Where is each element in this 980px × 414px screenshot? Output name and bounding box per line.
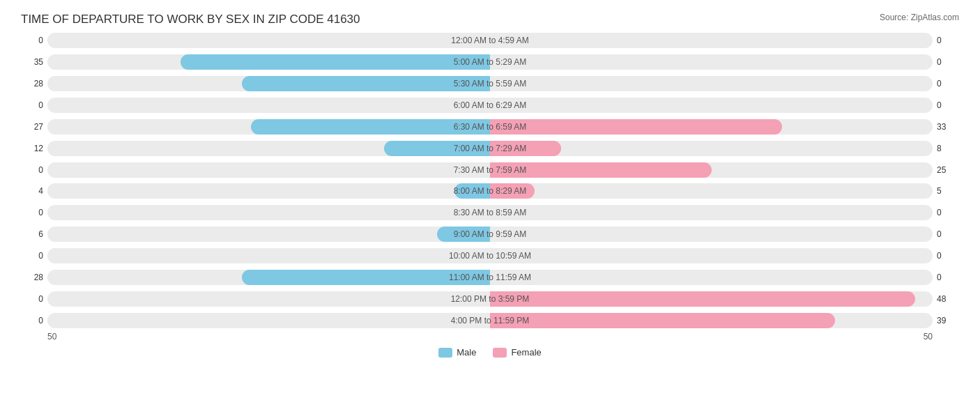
left-value: 0: [21, 294, 47, 304]
bar-row: 127:00 AM to 7:29 AM8: [21, 139, 959, 158]
left-value: 0: [21, 100, 47, 110]
row-label: 7:00 AM to 7:29 AM: [454, 144, 527, 153]
legend-male: Male: [438, 347, 476, 358]
chart-title: TIME OF DEPARTURE TO WORK BY SEX IN ZIP …: [21, 13, 959, 26]
bars-center: 8:00 AM to 8:29 AM: [47, 181, 933, 201]
bar-row: 69:00 AM to 9:59 AM0: [21, 224, 959, 244]
bars-center: 7:30 AM to 7:59 AM: [47, 160, 933, 180]
bar-bg: 4:00 PM to 11:59 PM: [47, 313, 933, 328]
bar-bg: 12:00 PM to 3:59 PM: [47, 291, 933, 307]
bar-bg: 8:00 AM to 8:29 AM: [47, 183, 933, 199]
left-value: 12: [21, 144, 47, 153]
chart-source: Source: ZipAtlas.com: [880, 13, 959, 22]
row-label: 4:00 PM to 11:59 PM: [451, 316, 530, 325]
bar-row: 04:00 PM to 11:59 PM39: [21, 311, 959, 330]
rows-container: 012:00 AM to 4:59 AM0355:00 AM to 5:29 A…: [21, 31, 959, 330]
left-value: 35: [21, 57, 47, 67]
bar-bg: 5:00 AM to 5:29 AM: [47, 54, 933, 70]
bar-row: 012:00 PM to 3:59 PM48: [21, 289, 959, 309]
left-value: 0: [21, 36, 47, 45]
right-value: 48: [933, 294, 959, 304]
left-value: 27: [21, 122, 47, 132]
row-label: 8:00 AM to 8:29 AM: [454, 186, 527, 196]
row-label: 12:00 AM to 4:59 AM: [451, 36, 528, 45]
row-label: 9:00 AM to 9:59 AM: [454, 229, 527, 239]
right-value: 0: [933, 36, 959, 45]
row-label: 5:30 AM to 5:59 AM: [454, 79, 527, 89]
bars-center: 10:00 AM to 10:59 AM: [47, 246, 933, 266]
bar-row: 06:00 AM to 6:29 AM0: [21, 95, 959, 115]
bar-bg: 6:30 AM to 6:59 AM: [47, 119, 933, 135]
row-label: 5:00 AM to 5:29 AM: [454, 57, 527, 67]
axis-labels: 50 50: [21, 332, 959, 342]
chart-area: 012:00 AM to 4:59 AM0355:00 AM to 5:29 A…: [21, 31, 959, 355]
bar-row: 2811:00 AM to 11:59 AM0: [21, 268, 959, 287]
bar-bg: 12:00 AM to 4:59 AM: [47, 33, 933, 48]
row-label: 8:30 AM to 8:59 AM: [454, 208, 527, 217]
bar-row: 276:30 AM to 6:59 AM33: [21, 117, 959, 137]
right-value: 33: [933, 122, 959, 132]
bars-center: 5:30 AM to 5:59 AM: [47, 74, 933, 93]
right-value: 0: [933, 251, 959, 261]
bars-center: 6:30 AM to 6:59 AM: [47, 117, 933, 137]
bar-row: 355:00 AM to 5:29 AM0: [21, 52, 959, 72]
left-value: 0: [21, 165, 47, 175]
bar-bg: 10:00 AM to 10:59 AM: [47, 248, 933, 263]
right-value: 0: [933, 208, 959, 217]
bars-center: 7:00 AM to 7:29 AM: [47, 139, 933, 158]
left-value: 0: [21, 208, 47, 217]
bars-center: 5:00 AM to 5:29 AM: [47, 52, 933, 72]
legend-area: Male Female: [21, 347, 959, 358]
bars-center: 12:00 AM to 4:59 AM: [47, 31, 933, 50]
bar-row: 285:30 AM to 5:59 AM0: [21, 74, 959, 93]
axis-right: 50: [924, 332, 933, 342]
bar-bg: 6:00 AM to 6:29 AM: [47, 98, 933, 113]
bars-center: 6:00 AM to 6:29 AM: [47, 95, 933, 115]
left-value: 6: [21, 229, 47, 239]
bar-bg: 9:00 AM to 9:59 AM: [47, 227, 933, 242]
bar-row: 010:00 AM to 10:59 AM0: [21, 246, 959, 266]
bar-row: 012:00 AM to 4:59 AM0: [21, 31, 959, 50]
bar-female: [490, 313, 835, 328]
right-value: 25: [933, 165, 959, 175]
female-swatch: [493, 348, 507, 358]
right-value: 0: [933, 57, 959, 67]
bar-male: [181, 54, 491, 70]
left-value: 4: [21, 186, 47, 196]
right-value: 39: [933, 316, 959, 325]
row-label: 7:30 AM to 7:59 AM: [454, 165, 527, 175]
bars-center: 12:00 PM to 3:59 PM: [47, 289, 933, 309]
chart-container: TIME OF DEPARTURE TO WORK BY SEX IN ZIP …: [0, 0, 980, 414]
bar-bg: 8:30 AM to 8:59 AM: [47, 205, 933, 220]
bars-center: 8:30 AM to 8:59 AM: [47, 203, 933, 222]
bar-row: 07:30 AM to 7:59 AM25: [21, 160, 959, 180]
left-value: 28: [21, 273, 47, 282]
left-value: 0: [21, 316, 47, 325]
row-label: 11:00 AM to 11:59 AM: [449, 273, 531, 282]
bars-center: 11:00 AM to 11:59 AM: [47, 268, 933, 287]
female-label: Female: [511, 347, 541, 358]
left-value: 0: [21, 251, 47, 261]
bar-female: [490, 119, 782, 135]
bar-bg: 5:30 AM to 5:59 AM: [47, 76, 933, 91]
male-swatch: [438, 348, 452, 358]
bar-bg: 7:30 AM to 7:59 AM: [47, 162, 933, 178]
row-label: 10:00 AM to 10:59 AM: [449, 251, 531, 261]
legend-female: Female: [493, 347, 541, 358]
bar-row: 48:00 AM to 8:29 AM5: [21, 181, 959, 201]
bar-female: [490, 291, 915, 307]
row-label: 12:00 PM to 3:59 PM: [451, 294, 530, 304]
bar-bg: 11:00 AM to 11:59 AM: [47, 270, 933, 285]
left-value: 28: [21, 79, 47, 89]
right-value: 0: [933, 273, 959, 282]
axis-left: 50: [47, 332, 56, 342]
right-value: 0: [933, 100, 959, 110]
bar-row: 08:30 AM to 8:59 AM0: [21, 203, 959, 222]
row-label: 6:00 AM to 6:29 AM: [454, 100, 527, 110]
right-value: 5: [933, 186, 959, 196]
right-value: 8: [933, 144, 959, 153]
row-label: 6:30 AM to 6:59 AM: [454, 122, 527, 132]
right-value: 0: [933, 229, 959, 239]
male-label: Male: [457, 347, 476, 358]
bars-center: 4:00 PM to 11:59 PM: [47, 311, 933, 330]
